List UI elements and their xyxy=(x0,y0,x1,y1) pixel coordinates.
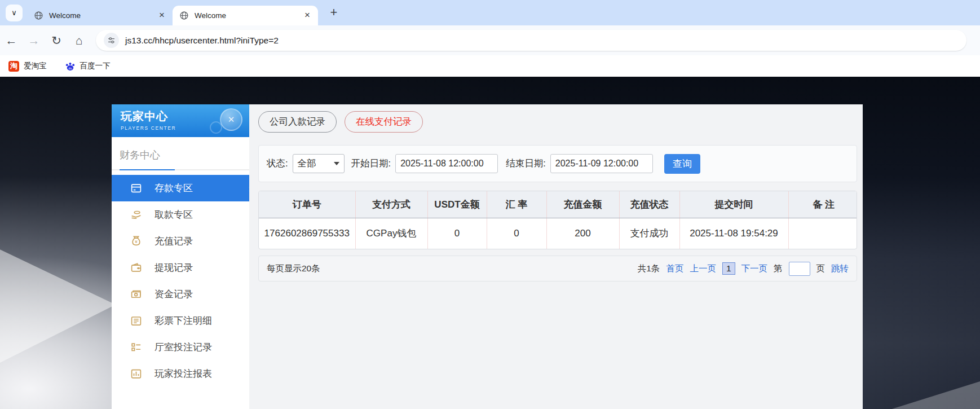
svg-text:du: du xyxy=(68,66,72,69)
url-text[interactable]: js13.cc/hhcp/usercenter.html?iniType=2 xyxy=(125,36,279,46)
tab-company-deposit-records[interactable]: 公司入款记录 xyxy=(258,111,337,133)
address-bar[interactable]: js13.cc/hhcp/usercenter.html?iniType=2 xyxy=(96,30,966,51)
table-cell: 200 xyxy=(546,218,619,249)
tab-label: 在线支付记录 xyxy=(356,116,412,128)
wallet-icon xyxy=(130,262,142,274)
deposit-card-icon xyxy=(130,182,142,194)
filter-bar: 状态: 全部 开始日期: 结束日期: 查询 xyxy=(258,145,857,182)
status-label: 状态: xyxy=(267,157,288,170)
first-page-link[interactable]: 首页 xyxy=(666,263,683,275)
table-body: 1762602869755333CGPay钱包00200支付成功2025-11-… xyxy=(259,218,857,249)
tab-title: Welcome xyxy=(195,11,297,20)
reload-icon[interactable]: ↻ xyxy=(45,34,68,47)
page-jump-input[interactable] xyxy=(789,262,810,276)
globe-icon xyxy=(34,11,43,20)
sidebar-item[interactable]: 资金记录 xyxy=(112,281,249,307)
total-count-text: 共1条 xyxy=(638,263,660,275)
jump-link[interactable]: 跳转 xyxy=(831,263,849,275)
sidebar: 玩家中心 PLAYERS CENTER ✕ 财务中心 存款专区›取款专区¥充值记… xyxy=(112,104,249,409)
sidebar-item-label: 厅室投注记录 xyxy=(154,341,212,354)
back-icon[interactable]: ← xyxy=(0,34,23,47)
backdrop-triangle xyxy=(876,381,980,409)
bookmark-label: 百度一下 xyxy=(80,61,111,71)
bookmarks-bar: 淘 爱淘宝 du 百度一下 xyxy=(0,55,980,77)
sidebar-item-label: 存款专区 xyxy=(154,182,193,195)
sidebar-item[interactable]: 厅室投注记录 xyxy=(112,334,249,360)
tab-search-button[interactable]: ∨ xyxy=(6,5,23,21)
page-background: 玩家中心 PLAYERS CENTER ✕ 财务中心 存款专区›取款专区¥充值记… xyxy=(0,77,980,409)
sidebar-item[interactable]: ¥充值记录 xyxy=(112,228,249,254)
players-center-header: 玩家中心 PLAYERS CENTER ✕ xyxy=(112,104,249,137)
table-header-cell: 支付方式 xyxy=(355,191,427,218)
tab-online-payment-records[interactable]: 在线支付记录 xyxy=(345,111,423,133)
table-cell: 支付成功 xyxy=(619,218,679,249)
lottery-list-icon xyxy=(130,315,142,327)
baidu-paw-icon: du xyxy=(65,61,76,72)
records-table: 订单号支付方式USDT金额汇 率充值金额充值状态提交时间备 注 17626028… xyxy=(258,191,857,249)
chevron-down-icon xyxy=(334,162,339,165)
bookmark-baidu[interactable]: du 百度一下 xyxy=(65,61,111,72)
prev-page-link[interactable]: 上一页 xyxy=(690,263,716,275)
table-cell: CGPay钱包 xyxy=(355,218,427,249)
sidebar-item-label: 资金记录 xyxy=(154,288,193,301)
record-tabs: 公司入款记录 在线支付记录 xyxy=(258,111,857,133)
gamepad-emblem-circle xyxy=(210,121,222,134)
new-tab-button[interactable]: + xyxy=(326,5,342,20)
bookmark-taobao[interactable]: 淘 爱淘宝 xyxy=(8,61,47,72)
jump-suffix-text: 页 xyxy=(816,263,826,275)
money-bag-icon: ¥ xyxy=(130,235,142,247)
home-icon[interactable]: ⌂ xyxy=(68,34,90,47)
globe-icon xyxy=(179,11,189,20)
table-cell xyxy=(788,218,857,249)
table-cell: 1762602869755333 xyxy=(259,218,355,249)
tab-label: 公司入款记录 xyxy=(270,116,325,128)
sidebar-item[interactable]: 彩票下注明细 xyxy=(112,307,249,334)
svg-text:¥: ¥ xyxy=(135,239,138,244)
table-header-cell: 充值金额 xyxy=(546,191,619,218)
sidebar-item[interactable]: 存款专区› xyxy=(112,175,257,201)
bookmark-label: 爱淘宝 xyxy=(24,61,47,71)
sidebar-item-label: 取款专区 xyxy=(154,208,193,221)
sidebar-divider xyxy=(112,169,249,170)
table-header-row: 订单号支付方式USDT金额汇 率充值金额充值状态提交时间备 注 xyxy=(259,191,857,218)
gamepad-emblem-icon: ✕ xyxy=(220,108,242,131)
sidebar-item[interactable]: 玩家投注报表 xyxy=(112,360,249,387)
jump-prefix-text: 第 xyxy=(774,263,783,275)
chevron-down-icon: ∨ xyxy=(11,8,17,17)
end-date-input[interactable] xyxy=(550,154,653,173)
close-icon[interactable]: × xyxy=(302,11,312,21)
pagination-bar: 每页显示20条 共1条 首页 上一页 1 下一页 第 页 跳转 xyxy=(258,256,857,282)
backdrop-triangle xyxy=(0,241,116,371)
sidebar-item-label: 充值记录 xyxy=(154,235,193,248)
table-header-cell: 汇 率 xyxy=(487,191,546,218)
status-select-value: 全部 xyxy=(298,157,334,170)
table-header-cell: 提交时间 xyxy=(679,191,788,218)
report-chart-icon xyxy=(130,368,142,380)
sidebar-item[interactable]: 取款专区 xyxy=(112,201,249,228)
withdraw-hand-icon xyxy=(130,209,142,221)
browser-tab-strip: ∨ Welcome × Welcome × + xyxy=(0,0,980,25)
hall-bet-icon xyxy=(130,341,142,353)
sidebar-item-label: 彩票下注明细 xyxy=(154,314,212,327)
browser-tab-1[interactable]: Welcome × xyxy=(27,6,173,25)
sidebar-section-title: 财务中心 xyxy=(120,148,249,162)
next-page-link[interactable]: 下一页 xyxy=(741,263,768,275)
browser-toolbar: ← → ↻ ⌂ js13.cc/hhcp/usercenter.html?ini… xyxy=(0,25,980,55)
search-button[interactable]: 查询 xyxy=(664,154,700,174)
start-date-input[interactable] xyxy=(395,154,498,173)
taobao-icon: 淘 xyxy=(8,61,19,72)
browser-tab-2-active[interactable]: Welcome × xyxy=(173,6,318,25)
site-info-icon[interactable] xyxy=(104,33,119,48)
forward-icon[interactable]: → xyxy=(23,34,45,47)
table-header-cell: USDT金额 xyxy=(427,191,487,218)
user-center-panel: 玩家中心 PLAYERS CENTER ✕ 财务中心 存款专区›取款专区¥充值记… xyxy=(112,104,863,409)
table-cell: 2025-11-08 19:54:29 xyxy=(679,218,788,249)
sidebar-item[interactable]: 提现记录 xyxy=(112,254,249,281)
table-header-cell: 订单号 xyxy=(259,191,355,218)
close-icon[interactable]: × xyxy=(157,11,167,21)
status-select[interactable]: 全部 xyxy=(293,154,345,173)
sidebar-menu: 存款专区›取款专区¥充值记录提现记录资金记录彩票下注明细厅室投注记录玩家投注报表 xyxy=(112,175,249,387)
sidebar-item-label: 提现记录 xyxy=(154,261,193,274)
main-content: 公司入款记录 在线支付记录 状态: 全部 开始日期: 结束日期: 查询 xyxy=(249,104,863,409)
current-page-badge: 1 xyxy=(722,262,735,275)
